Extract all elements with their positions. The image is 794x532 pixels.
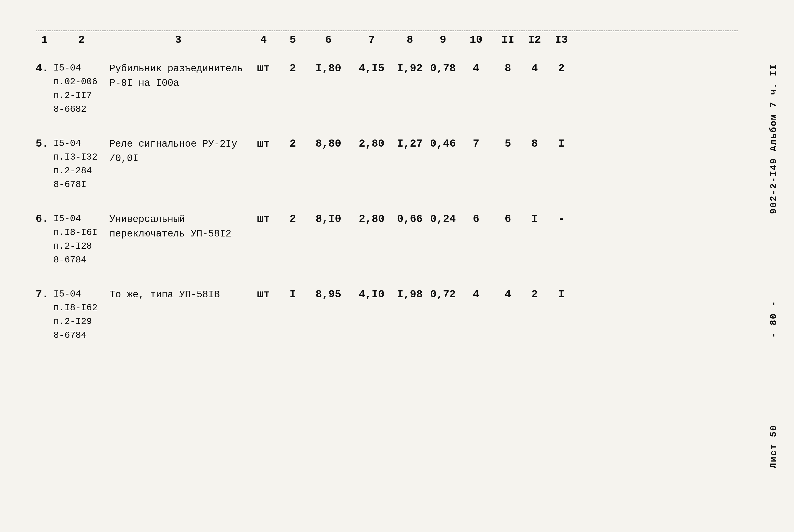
item-v6: I,80 xyxy=(305,61,351,75)
item-v10: 7 xyxy=(458,137,494,150)
col-header-5: 5 xyxy=(280,34,305,46)
data-rows: 4. I5-04 п.02-006 п.2-II7 8-6682 Рубильн… xyxy=(36,61,738,342)
side-labels: 902-2-I49 Альбом 7 ч. II - 80 - Лист 50 xyxy=(761,20,786,512)
item-name: Реле сигнальное РУ-2Iу /0,0I xyxy=(110,137,247,166)
item-v9: 0,24 xyxy=(428,212,458,225)
header-row: 1 2 3 4 5 6 7 8 9 10 II I2 I3 xyxy=(36,31,738,46)
item-v10: 4 xyxy=(458,61,494,75)
item-v11: 8 xyxy=(494,61,522,75)
item-v10: 4 xyxy=(458,287,494,301)
item-v12: I xyxy=(522,212,547,225)
item-name: Рубильник разъединитель Р-8I на I00а xyxy=(110,61,247,90)
item-qty: 2 xyxy=(280,137,305,150)
item-refs: I5-04 п.I8-I6I п.2-I28 8-6784 xyxy=(54,212,110,267)
item-unit: шт xyxy=(247,212,280,225)
item-v12: 8 xyxy=(522,137,547,150)
item-unit: шт xyxy=(247,61,280,75)
item-v7: 2,80 xyxy=(351,137,392,150)
col-header-9: 9 xyxy=(428,34,458,46)
item-refs: I5-04 п.02-006 п.2-II7 8-6682 xyxy=(54,61,110,116)
col-header-2: 2 xyxy=(54,34,110,46)
item-v11: 6 xyxy=(494,212,522,225)
table-row: 6. I5-04 п.I8-I6I п.2-I28 8-6784 Универс… xyxy=(36,212,738,267)
item-v7: 4,I5 xyxy=(351,61,392,75)
item-v6: 8,I0 xyxy=(305,212,351,225)
item-refs: I5-04 п.I8-I62 п.2-I29 8-6784 xyxy=(54,287,110,342)
item-v7: 2,80 xyxy=(351,212,392,225)
col-header-3: 3 xyxy=(110,34,247,46)
table-row: 7. I5-04 п.I8-I62 п.2-I29 8-6784 То же, … xyxy=(36,287,738,342)
item-number: 4. xyxy=(36,61,54,75)
item-v13: I xyxy=(547,137,575,150)
item-qty: I xyxy=(280,287,305,301)
col-header-6: 6 xyxy=(305,34,351,46)
item-v12: 4 xyxy=(522,61,547,75)
col-header-1: 1 xyxy=(36,34,54,46)
item-name: Универсальный переключатель УП-58I2 xyxy=(110,212,247,241)
item-v10: 6 xyxy=(458,212,494,225)
item-v7: 4,I0 xyxy=(351,287,392,301)
item-qty: 2 xyxy=(280,61,305,75)
col-header-11: II xyxy=(494,34,522,46)
item-v6: 8,80 xyxy=(305,137,351,150)
side-label-mid: - 80 - xyxy=(769,300,779,338)
col-header-8: 8 xyxy=(392,34,428,46)
item-v11: 5 xyxy=(494,137,522,150)
side-label-top: 902-2-I49 Альбом 7 ч. II xyxy=(769,64,779,214)
item-v13: 2 xyxy=(547,61,575,75)
table-row: 5. I5-04 п.I3-I32 п.2-284 8-678I Реле си… xyxy=(36,137,738,192)
col-header-10: 10 xyxy=(458,34,494,46)
col-header-4: 4 xyxy=(247,34,280,46)
item-name: То же, типа УП-58IB xyxy=(110,287,247,302)
item-unit: шт xyxy=(247,287,280,301)
col-header-7: 7 xyxy=(351,34,392,46)
item-v9: 0,72 xyxy=(428,287,458,301)
item-number: 7. xyxy=(36,287,54,301)
item-v13: I xyxy=(547,287,575,301)
item-v8: I,92 xyxy=(392,61,428,75)
page: 1 2 3 4 5 6 7 8 9 10 II I2 I3 4. I5-04 п… xyxy=(0,0,794,532)
item-v8: 0,66 xyxy=(392,212,428,225)
item-v8: I,98 xyxy=(392,287,428,301)
item-unit: шт xyxy=(247,137,280,150)
item-number: 5. xyxy=(36,137,54,150)
side-label-bottom: Лист 50 xyxy=(769,424,779,468)
item-v13: - xyxy=(547,212,575,225)
col-header-12: I2 xyxy=(522,34,547,46)
item-qty: 2 xyxy=(280,212,305,225)
item-v9: 0,46 xyxy=(428,137,458,150)
item-number: 6. xyxy=(36,212,54,225)
table-row: 4. I5-04 п.02-006 п.2-II7 8-6682 Рубильн… xyxy=(36,61,738,116)
item-refs: I5-04 п.I3-I32 п.2-284 8-678I xyxy=(54,137,110,192)
item-v6: 8,95 xyxy=(305,287,351,301)
item-v9: 0,78 xyxy=(428,61,458,75)
col-header-13: I3 xyxy=(547,34,575,46)
item-v12: 2 xyxy=(522,287,547,301)
item-v8: I,27 xyxy=(392,137,428,150)
item-v11: 4 xyxy=(494,287,522,301)
